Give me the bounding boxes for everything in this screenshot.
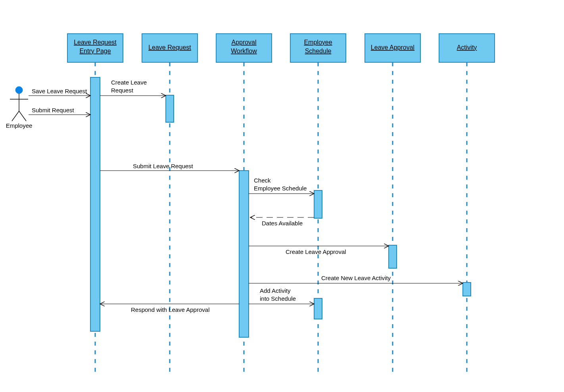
- lifeline-workflow-line2: Workflow: [231, 48, 257, 54]
- msg-create-new-leave-activity-label: Create New Leave Activity: [321, 275, 391, 281]
- lifeline-entry-line1: Leave Request: [74, 39, 117, 46]
- lifeline-workflow-line1: Approval: [231, 39, 256, 46]
- activation-employee-schedule-2: [314, 298, 322, 319]
- lifeline-entry-line2: Entry Page: [79, 48, 111, 54]
- activation-leave-request: [166, 95, 174, 122]
- msg-check-label-1: Check: [254, 177, 271, 184]
- lifeline-leave-approval: Leave Approval: [365, 34, 420, 373]
- msg-add-activity-label-1: Add Activity: [260, 287, 291, 294]
- svg-line-15: [12, 111, 19, 121]
- msg-create-leave-approval-label: Create Leave Approval: [286, 248, 346, 255]
- actor-employee: Employee: [6, 86, 33, 129]
- lifeline-request-line1: Leave Request: [148, 44, 191, 51]
- lifeline-schedule-line2: Schedule: [305, 48, 332, 54]
- activation-activity: [463, 282, 471, 296]
- svg-point-12: [15, 86, 23, 94]
- activation-leave-approval: [389, 245, 397, 268]
- actor-employee-label: Employee: [6, 122, 33, 129]
- msg-create-leave-request-label-1: Create Leave: [111, 79, 147, 86]
- activation-entry-page: [90, 77, 100, 331]
- activation-approval-workflow: [239, 171, 249, 337]
- msg-create-leave-request-label-2: Request: [111, 87, 134, 94]
- msg-add-activity-label-2: into Schedule: [260, 295, 296, 302]
- msg-dates-available-label: Dates Available: [262, 220, 303, 227]
- lifeline-approval-line1: Leave Approval: [371, 44, 414, 51]
- sequence-diagram: Leave Request Entry Page Leave Request A…: [0, 0, 564, 392]
- lifeline-leave-request: Leave Request: [142, 34, 198, 373]
- msg-save-leave-request-label: Save Leave Request: [32, 88, 87, 94]
- lifeline-activity-line1: Activity: [457, 44, 477, 51]
- msg-respond-with-leave-approval-label: Respond with Leave Approval: [131, 306, 209, 313]
- lifeline-schedule-line1: Employee: [304, 39, 332, 46]
- lifeline-activity: Activity: [439, 34, 495, 373]
- msg-check-label-2: Employee Schedule: [254, 185, 307, 192]
- activation-employee-schedule-1: [314, 190, 322, 218]
- msg-submit-leave-request-label: Submit Leave Request: [133, 163, 194, 169]
- msg-submit-request-label: Submit Request: [32, 107, 75, 113]
- svg-line-16: [19, 111, 26, 121]
